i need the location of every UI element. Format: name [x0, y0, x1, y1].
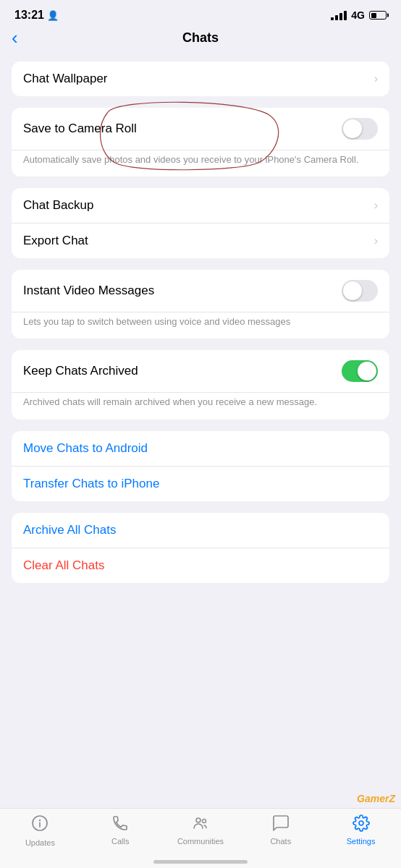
tab-calls[interactable]: Calls — [80, 814, 161, 846]
instant-video-section: Instant Video Messages Lets you tap to s… — [12, 270, 389, 339]
svg-point-1 — [39, 820, 41, 821]
tab-updates[interactable]: Updates — [0, 814, 80, 847]
instant-video-description: Lets you tap to switch between using voi… — [12, 312, 389, 339]
export-chat-row[interactable]: Export Chat › — [12, 224, 389, 258]
signal-bar-3 — [339, 13, 342, 20]
battery-icon — [369, 11, 387, 20]
watermark: GamerZ — [357, 793, 395, 804]
transfer-iphone-row[interactable]: Transfer Chats to iPhone — [12, 467, 389, 501]
keep-archived-row[interactable]: Keep Chats Archived — [12, 350, 389, 393]
keep-archived-toggle[interactable] — [342, 360, 378, 382]
chat-wallpaper-section: Chat Wallpaper › — [12, 61, 389, 96]
communities-label: Communities — [177, 837, 224, 846]
back-button[interactable]: ‹ — [12, 27, 18, 49]
settings-icon — [353, 814, 370, 835]
status-bar: 13:21 👤 4G — [0, 0, 401, 25]
save-camera-description: Automatically save photos and videos you… — [12, 150, 389, 176]
tab-chats[interactable]: Chats — [240, 814, 321, 846]
tab-bar: Updates Calls Communities Chats — [0, 808, 401, 868]
nav-bar: ‹ Chats — [0, 25, 401, 54]
signal-bar-1 — [331, 17, 334, 20]
chat-backup-row[interactable]: Chat Backup › — [12, 188, 389, 224]
instant-video-label: Instant Video Messages — [23, 284, 154, 298]
keep-archived-label: Keep Chats Archived — [23, 364, 138, 378]
settings-label: Settings — [347, 837, 376, 846]
save-camera-section: Save to Camera Roll Automatically save p… — [12, 108, 389, 176]
svg-point-3 — [196, 818, 200, 822]
communities-icon — [192, 814, 209, 835]
tab-communities[interactable]: Communities — [161, 814, 241, 846]
clear-all-row[interactable]: Clear All Chats — [12, 548, 389, 583]
transfer-iphone-label: Transfer Chats to iPhone — [23, 477, 159, 491]
save-camera-row[interactable]: Save to Camera Roll — [12, 108, 389, 150]
archive-clear-section: Archive All Chats Clear All Chats — [12, 513, 389, 583]
signal-bar-4 — [344, 11, 347, 20]
calls-icon — [111, 814, 129, 835]
keep-archived-description: Archived chats will remain archived when… — [12, 393, 389, 419]
network-label: 4G — [351, 9, 365, 21]
instant-video-toggle-thumb — [343, 281, 362, 300]
calls-label: Calls — [111, 837, 129, 846]
move-android-label: Move Chats to Android — [23, 441, 148, 456]
move-android-row[interactable]: Move Chats to Android — [12, 431, 389, 467]
toggle-thumb — [343, 119, 362, 138]
archive-all-label: Archive All Chats — [23, 523, 117, 537]
status-right: 4G — [331, 9, 387, 21]
transfer-section: Move Chats to Android Transfer Chats to … — [12, 431, 389, 501]
chats-label: Chats — [270, 837, 291, 846]
signal-bars — [331, 11, 347, 20]
svg-point-4 — [202, 820, 206, 823]
chat-wallpaper-label: Chat Wallpaper — [23, 72, 108, 86]
svg-point-5 — [359, 821, 363, 825]
battery-fill — [371, 13, 377, 18]
archive-all-row[interactable]: Archive All Chats — [12, 513, 389, 548]
status-time: 13:21 👤 — [14, 9, 59, 22]
updates-icon — [31, 814, 48, 836]
export-chat-chevron: › — [374, 234, 378, 247]
save-camera-toggle[interactable] — [342, 118, 378, 140]
chat-backup-label: Chat Backup — [23, 198, 93, 213]
instant-video-row[interactable]: Instant Video Messages — [12, 270, 389, 312]
keep-archived-section: Keep Chats Archived Archived chats will … — [12, 350, 389, 419]
page-title: Chats — [182, 30, 219, 46]
chat-wallpaper-chevron: › — [374, 72, 378, 85]
chat-wallpaper-row[interactable]: Chat Wallpaper › — [12, 61, 389, 96]
keep-archived-toggle-thumb — [358, 362, 376, 380]
backup-export-section: Chat Backup › Export Chat › — [12, 188, 389, 258]
chats-icon — [272, 814, 290, 835]
save-camera-label: Save to Camera Roll — [23, 122, 137, 136]
chat-backup-chevron: › — [374, 199, 378, 212]
clear-all-label: Clear All Chats — [23, 558, 104, 573]
instant-video-toggle[interactable] — [342, 280, 378, 302]
signal-bar-2 — [335, 15, 338, 20]
user-icon: 👤 — [47, 10, 59, 21]
export-chat-label: Export Chat — [23, 234, 88, 248]
tab-settings[interactable]: Settings — [321, 814, 401, 846]
home-indicator — [153, 860, 248, 864]
updates-label: Updates — [25, 838, 55, 847]
settings-content: Chat Wallpaper › Save to Camera Roll Aut… — [0, 54, 401, 667]
